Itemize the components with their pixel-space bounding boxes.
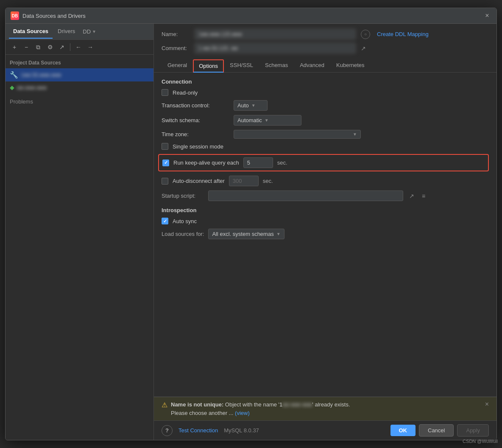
footer-left: ? Test Connection MySQL 8.0.37 <box>162 425 259 436</box>
switch-schema-select[interactable]: Automatic ▼ <box>234 115 301 126</box>
tab-advanced[interactable]: Advanced <box>294 59 330 73</box>
add-button[interactable]: + <box>9 42 20 53</box>
datasource-name-2: ●●.●●●.●●● <box>17 84 149 91</box>
tab-options[interactable]: Options <box>193 59 224 73</box>
load-sources-label: Load sources for: <box>162 231 204 237</box>
time-zone-select[interactable]: ▼ <box>234 130 361 139</box>
transaction-label: Transaction control: <box>162 102 229 109</box>
time-zone-row: Time zone: ▼ <box>162 130 489 139</box>
dialog-title: Data Sources and Drivers <box>22 13 86 19</box>
switch-schema-row: Switch schema: Automatic ▼ <box>162 115 489 126</box>
read-only-label: Read-only <box>173 90 198 96</box>
startup-script-input[interactable] <box>208 190 403 201</box>
datasource-item-2[interactable]: ◆ ●●.●●●.●●● <box>6 81 153 93</box>
single-session-label: Single session mode <box>173 143 223 150</box>
name-row: Name: ○ Create DDL Mapping <box>162 29 489 39</box>
copy-button[interactable]: ⧉ <box>33 42 44 53</box>
cancel-button[interactable]: Cancel <box>419 424 454 437</box>
expand-icon[interactable]: ↗ <box>361 45 366 52</box>
dd-chevron-icon: ▼ <box>92 29 96 34</box>
warning-view-link[interactable]: (view) <box>235 410 250 416</box>
name-label: Name: <box>162 31 191 37</box>
comment-label: Comment: <box>162 45 191 51</box>
introspection-section-title: Introspection <box>162 207 489 213</box>
warning-blurred-name: ●● ●●● ●●● <box>282 401 312 408</box>
form-header: Name: ○ Create DDL Mapping Comment: ↗ <box>154 24 496 57</box>
help-button[interactable]: ? <box>162 425 173 436</box>
tab-schemas[interactable]: Schemas <box>259 59 294 73</box>
close-button[interactable]: × <box>483 11 491 20</box>
title-bar: DB Data Sources and Drivers × <box>6 8 496 24</box>
auto-sync-label: Auto sync <box>173 218 197 224</box>
name-input[interactable] <box>195 29 356 39</box>
time-zone-chevron-icon: ▼ <box>353 132 357 137</box>
comment-row: Comment: ↗ <box>162 43 489 53</box>
create-ddl-link[interactable]: Create DDL Mapping <box>377 31 429 37</box>
startup-script-row: Startup script: ↗ ≡ <box>162 190 489 201</box>
main-content: Data Sources Drivers DD ▼ + − ⧉ ⚙ <box>6 24 496 440</box>
watermark: CSDN @WuWull <box>463 439 498 444</box>
warning-text: Name is not unique: Object with the name… <box>171 400 482 417</box>
remove-button[interactable]: − <box>21 42 32 53</box>
auto-disconnect-row: Auto-disconnect after sec. <box>162 176 489 186</box>
sidebar-dd[interactable]: DD ▼ <box>80 25 99 38</box>
datasource-item-1[interactable]: 🔧 1●●.56.●●●.●●● <box>6 68 153 81</box>
load-sources-row: Load sources for: All excl. system schem… <box>162 229 489 239</box>
edit-startup-icon[interactable]: ≡ <box>420 192 427 200</box>
tab-general[interactable]: General <box>162 59 193 73</box>
back-button[interactable]: ← <box>73 42 84 53</box>
transaction-row: Transaction control: Auto ▼ <box>162 100 489 111</box>
sidebar-tabs: Data Sources Drivers DD ▼ <box>6 24 153 40</box>
comment-input[interactable] <box>195 43 356 53</box>
ok-button[interactable]: OK <box>390 425 416 436</box>
keep-alive-row: Run keep-alive query each sec. <box>158 154 489 171</box>
footer-right: OK Cancel Apply <box>390 424 489 437</box>
problems-label: Problems <box>10 98 33 105</box>
keep-alive-input[interactable] <box>243 157 273 168</box>
expand-startup-icon[interactable]: ↗ <box>407 192 416 200</box>
auto-disconnect-checkbox[interactable] <box>162 178 168 185</box>
read-only-row: Read-only <box>162 89 489 96</box>
right-panel: Name: ○ Create DDL Mapping Comment: ↗ Ge… <box>154 24 496 440</box>
db-version-label: MySQL 8.0.37 <box>224 427 259 434</box>
datasource-name-1: 1●●.56.●●●.●●● <box>21 72 149 78</box>
test-connection-link[interactable]: Test Connection <box>178 427 218 434</box>
database-icon-blue: 🔧 <box>10 71 18 79</box>
warning-close-button[interactable]: × <box>485 400 489 408</box>
sidebar-tab-datasources[interactable]: Data Sources <box>9 25 53 39</box>
panel-content: Connection Read-only Transaction control… <box>154 73 496 397</box>
problems-section: Problems <box>6 93 153 110</box>
switch-schema-label: Switch schema: <box>162 117 229 123</box>
keep-alive-checkbox[interactable] <box>162 160 169 166</box>
tab-kubernetes[interactable]: Kubernetes <box>330 59 371 73</box>
transaction-select[interactable]: Auto ▼ <box>234 100 268 111</box>
single-session-checkbox[interactable] <box>162 143 168 150</box>
sidebar-tab-drivers[interactable]: Drivers <box>53 25 79 39</box>
keep-alive-unit: sec. <box>277 160 287 166</box>
auto-disconnect-label: Auto-disconnect after <box>173 178 225 184</box>
time-zone-label: Time zone: <box>162 131 229 137</box>
database-icon-green: ◆ <box>10 84 14 91</box>
title-bar-left: DB Data Sources and Drivers <box>11 11 86 20</box>
forward-button[interactable]: → <box>85 42 96 53</box>
tabs-bar: General Options SSH/SSL Schemas Advanced… <box>154 59 496 73</box>
forward-icon: → <box>87 44 93 50</box>
toolbar-separator <box>70 43 70 51</box>
app-icon: DB <box>11 11 19 20</box>
auto-disconnect-input[interactable] <box>229 176 259 186</box>
load-sources-select[interactable]: All excl. system schemas ▼ <box>208 229 284 239</box>
name-circle-btn[interactable]: ○ <box>361 30 370 39</box>
main-dialog: DB Data Sources and Drivers × Data Sourc… <box>5 8 497 440</box>
keep-alive-label: Run keep-alive query each <box>173 160 239 166</box>
auto-sync-checkbox[interactable] <box>162 218 168 224</box>
apply-button[interactable]: Apply <box>457 424 489 437</box>
startup-script-label: Startup script: <box>162 193 204 199</box>
auto-sync-row: Auto sync <box>162 218 489 224</box>
settings-button[interactable]: ⚙ <box>45 42 56 53</box>
warning-bar: ⚠ Name is not unique: Object with the na… <box>154 397 496 420</box>
tab-sshssl[interactable]: SSH/SSL <box>224 59 259 73</box>
read-only-checkbox[interactable] <box>162 89 168 96</box>
sidebar: Data Sources Drivers DD ▼ + − ⧉ ⚙ <box>6 24 154 440</box>
export-button[interactable]: ↗ <box>56 42 67 53</box>
transaction-chevron-icon: ▼ <box>251 103 256 108</box>
